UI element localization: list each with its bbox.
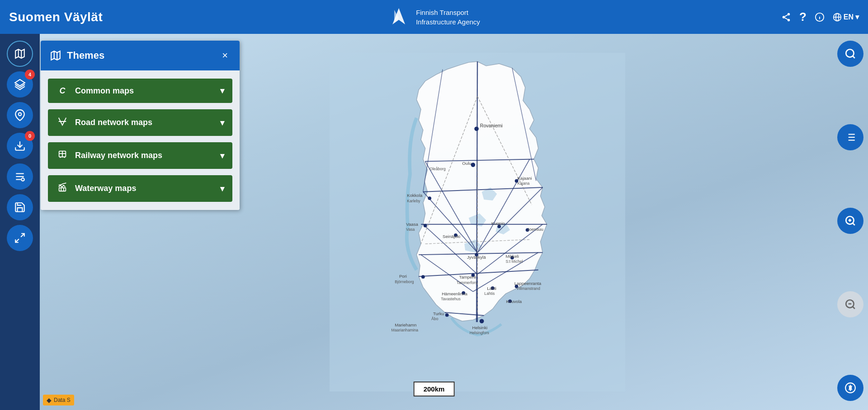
theme-item-road[interactable]: Road network maps ▾ [48,109,232,136]
svg-point-36 [474,126,479,131]
railway-maps-label: Railway network maps [75,151,162,160]
waterway-maps-label: Waterway maps [75,184,136,193]
svg-text:Tampere: Tampere [459,275,476,280]
header: Suomen Väylät Finnish TransportInfrastru… [0,0,868,34]
svg-text:Kuopio: Kuopio [491,220,505,225]
svg-line-98 [15,239,19,242]
svg-text:Kajana: Kajana [517,181,529,186]
svg-point-52 [445,313,449,317]
svg-point-95 [21,178,24,181]
svg-text:Lahti: Lahti [487,286,496,291]
common-maps-label: Common maps [75,86,134,96]
svg-text:Maarianhamina: Maarianhamina [392,328,419,332]
zoom-out-button[interactable] [837,291,863,317]
finland-map: Rovaniemi Oulu Oleåborg Kokkola Karleby … [324,53,631,391]
svg-text:Lahtis: Lahtis [484,291,495,295]
svg-point-40 [424,224,427,227]
svg-text:Kajaani: Kajaani [517,175,532,180]
list-view-button[interactable] [837,124,863,150]
svg-text:Tavastehus: Tavastehus [441,297,461,301]
svg-text:Kokkola: Kokkola [407,193,423,198]
svg-text:Pori: Pori [399,274,407,279]
svg-text:Vasa: Vasa [406,227,415,232]
theme-item-common[interactable]: C Common maps ▾ [48,79,232,103]
sidebar-btn-tools[interactable] [7,163,33,190]
svg-text:Turku: Turku [433,311,444,316]
theme-item-waterway[interactable]: Waterway maps ▾ [48,175,232,202]
left-sidebar: 4 0 [0,34,40,410]
share-button[interactable] [781,12,791,22]
railway-maps-chevron: ▾ [220,151,224,161]
svg-rect-108 [59,188,66,191]
common-maps-chevron: ▾ [220,86,224,96]
svg-point-38 [428,196,431,200]
waterway-maps-chevron: ▾ [220,184,224,194]
sidebar-btn-save[interactable] [7,194,33,220]
svg-marker-99 [51,51,60,60]
header-actions: ? EN ▾ [781,10,859,24]
road-maps-chevron: ▾ [220,118,224,128]
svg-line-106 [60,157,61,158]
svg-text:Rovaniemi: Rovaniemi [480,123,503,128]
svg-marker-128 [849,387,851,391]
sidebar-btn-location[interactable] [7,102,33,128]
svg-text:Vaasa: Vaasa [406,221,418,226]
svg-point-90 [19,113,22,116]
waterway-maps-icon [56,182,69,195]
data-source-badge: ◆ Data S [43,395,74,405]
svg-text:Björneborg: Björneborg [395,279,414,284]
svg-line-120 [853,223,855,225]
theme-item-railway[interactable]: Railway network maps ▾ [48,142,232,169]
road-maps-label: Road network maps [75,118,152,127]
themes-close-button[interactable]: × [219,49,231,62]
sidebar-btn-download[interactable]: 0 [7,133,33,159]
svg-text:Helsingfors: Helsingfors [470,331,490,335]
info-button[interactable] [815,12,825,22]
site-title: Suomen Väylät [9,10,103,24]
svg-point-2 [788,13,790,15]
zoom-in-button[interactable] [837,208,863,234]
themes-title: Themes [67,50,104,61]
svg-text:Kouvola: Kouvola [506,298,522,303]
svg-text:S:t Michel: S:t Michel [506,259,523,264]
svg-point-46 [421,275,425,279]
layers-badge: 4 [25,70,35,79]
compass-button[interactable] [837,375,863,401]
search-button[interactable] [837,41,863,67]
svg-text:Oleåborg: Oleåborg [429,166,446,171]
sidebar-btn-layers[interactable]: 4 [7,71,33,98]
svg-line-112 [853,56,855,58]
themes-content: C Common maps ▾ Road network maps ▾ [41,70,240,210]
svg-text:Mariehamn: Mariehamn [395,322,416,327]
agency-name: Finnish TransportInfrastructure Agency [416,8,480,27]
svg-text:Karleby: Karleby [407,198,420,203]
svg-text:Jyväskylä: Jyväskylä [467,254,486,259]
svg-point-4 [788,19,790,21]
svg-point-53 [480,319,484,323]
svg-text:Hämeenlinna: Hämeenlinna [442,291,467,296]
sidebar-btn-map[interactable] [7,41,33,67]
svg-point-111 [846,49,854,57]
svg-text:Lappeenranta: Lappeenranta [514,281,542,286]
svg-text:Villmanstrand: Villmanstrand [517,286,540,291]
download-badge: 0 [25,131,35,141]
svg-text:Seinäjoki: Seinäjoki [443,233,460,238]
svg-line-97 [21,233,24,237]
svg-text:Helsinki: Helsinki [472,325,487,330]
help-button[interactable]: ? [799,10,807,24]
svg-text:Mikkeli: Mikkeli [506,253,519,258]
railway-maps-icon [56,149,69,162]
language-selector[interactable]: EN ▾ [833,13,859,22]
svg-line-6 [785,14,788,16]
svg-text:Tammerfors: Tammerfors [457,280,477,284]
right-sidebar [833,34,868,410]
sidebar-btn-fullscreen[interactable] [7,225,33,251]
scale-bar: 200km [414,382,455,396]
svg-line-107 [64,157,65,158]
svg-marker-86 [15,49,24,58]
svg-point-37 [471,163,476,167]
themes-map-icon [50,50,61,61]
svg-line-5 [785,18,788,19]
themes-header-left: Themes [50,50,104,61]
svg-text:Åbo: Åbo [431,317,439,321]
